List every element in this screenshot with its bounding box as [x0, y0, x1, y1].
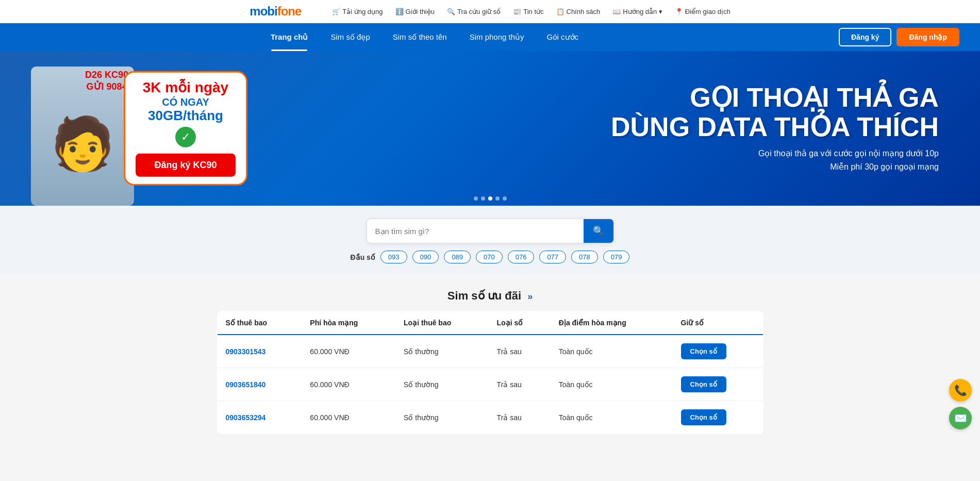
chon-so-button[interactable]: Chọn số: [681, 409, 726, 425]
plan-cell: Trả sau: [489, 368, 551, 401]
action-cell: Chọn số: [673, 335, 763, 368]
topbar-link-diemdichvu[interactable]: 📍 Điểm giao dịch: [675, 8, 730, 15]
promo-sub: CÓ NGAY: [136, 96, 236, 108]
chon-so-button[interactable]: Chọn số: [681, 376, 726, 392]
banner-subtext: Gọi thoại thả ga với cước gọi nội mạng d…: [611, 147, 939, 174]
subtext-line2: Miễn phí 30p gọi ngoại mạng: [830, 162, 939, 171]
sim-table-section: Sim số ưu đãi » Số thuê bao Phí hòa mạng…: [207, 289, 774, 434]
location-cell: Toàn quốc: [551, 401, 673, 434]
prefix-076[interactable]: 076: [508, 251, 535, 263]
col-type: Loại thuê bao: [395, 311, 489, 335]
register-button[interactable]: Đăng ký: [839, 28, 891, 46]
search-box: 🔍: [367, 219, 614, 243]
info-icon: ℹ️: [395, 8, 404, 15]
price-line: 3K mỗi ngày: [136, 80, 236, 96]
chon-so-button[interactable]: Chọn số: [681, 343, 726, 359]
fee-cell: 60.000 VNĐ: [302, 335, 395, 368]
dot-2[interactable]: [481, 196, 485, 201]
dot-3[interactable]: [488, 196, 492, 201]
phone-number[interactable]: 0903653294: [217, 401, 302, 434]
topbar-link-tintuc[interactable]: 📰 Tin tức: [513, 8, 543, 15]
fee-cell: 60.000 VNĐ: [302, 368, 395, 401]
prefix-093[interactable]: 093: [380, 251, 407, 263]
search-button[interactable]: 🔍: [584, 219, 613, 243]
cart-icon: 🛒: [332, 8, 340, 15]
col-fee: Phí hòa mạng: [302, 311, 395, 335]
dot-5[interactable]: [503, 196, 507, 201]
prefix-077[interactable]: 077: [539, 251, 566, 263]
type-cell: Số thường: [395, 335, 489, 368]
col-simtype: Loại số: [489, 311, 551, 335]
side-widgets: 📞 ✉️: [949, 379, 972, 429]
table-row: 0903651840 60.000 VNĐ Số thường Trả sau …: [217, 368, 763, 401]
dot-1[interactable]: [474, 196, 478, 201]
login-button[interactable]: Đăng nhập: [896, 28, 959, 46]
prefix-079[interactable]: 079: [603, 251, 630, 263]
prefix-070[interactable]: 070: [476, 251, 503, 263]
sim-table: Số thuê bao Phí hòa mạng Loại thuê bao L…: [217, 311, 763, 434]
subtext-line1: Gọi thoại thả ga với cước gọi nội mạng d…: [758, 150, 939, 158]
phone-number[interactable]: 0903651840: [217, 368, 302, 401]
sim-text-line1: D26 KC90: [85, 70, 128, 80]
nav-simsotheoten[interactable]: Sim số theo tên: [381, 23, 458, 51]
banner: 🧑 D26 KC90 GỬI 9084 3K mỗi ngày CÓ NGAY …: [0, 51, 980, 206]
promo-card: 3K mỗi ngày CÓ NGAY 30GB/tháng ✓ Đăng ký…: [124, 71, 247, 186]
nav-bar: Trang chủ Sim số đẹp Sim số theo tên Sim…: [0, 23, 980, 51]
col-location: Địa điểm hòa mạng: [551, 311, 673, 335]
table-header-row: Số thuê bao Phí hòa mạng Loại thuê bao L…: [217, 311, 763, 335]
prefix-row: Đầu số 093 090 089 070 076 077 078 079: [0, 251, 980, 263]
type-cell: Số thường: [395, 368, 489, 401]
mail-widget-button[interactable]: ✉️: [949, 407, 972, 429]
sim-text-line2: GỬI 9084: [87, 81, 127, 92]
policy-icon: 📋: [556, 8, 564, 15]
top-bar-links: 🛒 Tải ứng dụng ℹ️ Giới thiệu 🔍 Tra cứu g…: [332, 8, 730, 15]
table-row: 0903301543 60.000 VNĐ Số thường Trả sau …: [217, 335, 763, 368]
dot-4[interactable]: [495, 196, 500, 201]
top-bar: mobifone 🛒 Tải ứng dụng ℹ️ Giới thiệu 🔍 …: [0, 0, 980, 23]
search-section: 🔍 Đầu số 093 090 089 070 076 077 078 079: [0, 206, 980, 274]
topbar-link-huongdan[interactable]: 📖 Hướng dẫn ▾: [612, 8, 662, 15]
search-icon: 🔍: [447, 8, 455, 15]
news-icon: 📰: [513, 8, 521, 15]
location-cell: Toàn quốc: [551, 368, 673, 401]
logo-mobi: mobi: [250, 4, 277, 18]
phone-number[interactable]: 0903301543: [217, 335, 302, 368]
section-title: Sim số ưu đãi »: [217, 289, 763, 303]
search-input[interactable]: [367, 221, 584, 242]
nav-goicuoc[interactable]: Gói cước: [536, 23, 590, 51]
plan-cell: Trả sau: [489, 401, 551, 434]
location-icon: 📍: [675, 8, 683, 15]
topbar-link-gioithieu[interactable]: ℹ️ Giới thiệu: [395, 8, 435, 15]
nav-buttons: Đăng ký Đăng nhập: [839, 28, 959, 46]
plan-cell: Trả sau: [489, 335, 551, 368]
logo-fone: fone: [277, 4, 302, 18]
col-phone: Số thuê bao: [217, 311, 302, 335]
section-title-text: Sim số ưu đãi: [447, 289, 521, 302]
type-cell: Số thường: [395, 401, 489, 434]
nav-simphongthuy[interactable]: Sim phong thủy: [458, 23, 536, 51]
prefix-078[interactable]: 078: [571, 251, 598, 263]
brand-logo[interactable]: mobifone: [250, 4, 301, 19]
promo-data: 30GB/tháng: [136, 108, 236, 123]
topbar-link-taiungdung[interactable]: 🛒 Tải ứng dụng: [332, 8, 383, 15]
checkmark-icon: ✓: [175, 127, 196, 147]
nav-simsodep[interactable]: Sim số đẹp: [319, 23, 381, 51]
register-kc90-button[interactable]: Đăng ký KC90: [136, 154, 236, 177]
phone-widget-button[interactable]: 📞: [949, 379, 972, 402]
location-cell: Toàn quốc: [551, 335, 673, 368]
prefix-label: Đầu số: [351, 253, 375, 261]
headline-line2: DÙNG DATA THỎA THÍCH: [611, 112, 939, 142]
topbar-link-tracuu[interactable]: 🔍 Tra cứu giữ số: [447, 8, 501, 15]
nav-trangchu[interactable]: Trang chủ: [259, 23, 320, 51]
sim-overlay-text: D26 KC90 GỬI 9084: [85, 69, 128, 93]
action-cell: Chọn số: [673, 368, 763, 401]
fee-cell: 60.000 VNĐ: [302, 401, 395, 434]
section-title-arrow: »: [527, 291, 533, 302]
prefix-090[interactable]: 090: [412, 251, 439, 263]
prefix-089[interactable]: 089: [444, 251, 471, 263]
topbar-link-chinhsach[interactable]: 📋 Chính sách: [556, 8, 601, 15]
table-row: 0903653294 60.000 VNĐ Số thường Trả sau …: [217, 401, 763, 434]
banner-headline: GỌI THOẠI THẢ GA DÙNG DATA THỎA THÍCH Gọ…: [611, 83, 939, 174]
action-cell: Chọn số: [673, 401, 763, 434]
nav-links: Trang chủ Sim số đẹp Sim số theo tên Sim…: [21, 23, 828, 51]
